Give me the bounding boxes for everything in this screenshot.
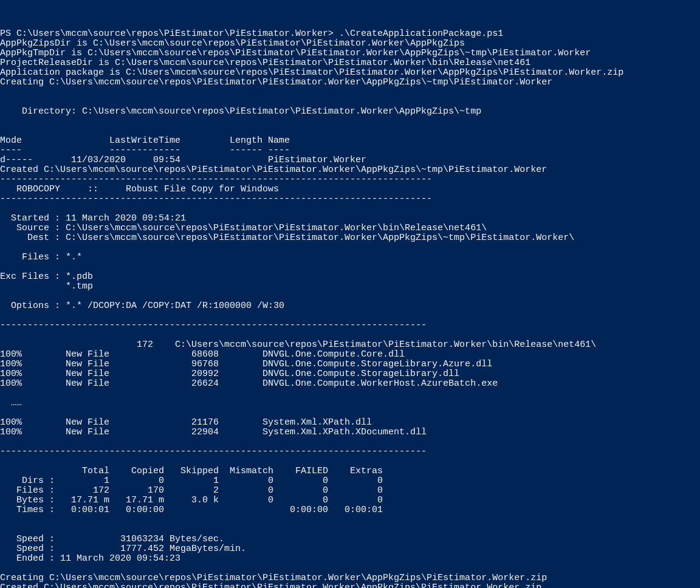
stats-files: Files : 172 170 2 0 0 0 [0, 485, 383, 496]
robocopy-title: ROBOCOPY :: Robust File Copy for Windows [0, 184, 279, 194]
separator: ----------------------------------------… [0, 320, 427, 330]
table-row: d----- 11/03/2020 09:54 PiEstimator.Work… [0, 155, 366, 165]
output-line: ProjectReleaseDir is C:\Users\mccm\sourc… [0, 58, 530, 68]
ended-line: Ended : 11 March 2020 09:54:23 [0, 553, 180, 564]
output-line: Application package is C:\Users\mccm\sou… [0, 67, 623, 78]
robocopy-exc-files: *.tmp [0, 281, 93, 292]
output-line: Created C:\Users\mccm\source\repos\PiEst… [0, 583, 541, 588]
file-copy-line: 100% New File 26624 DNVGL.One.Compute.Wo… [0, 378, 498, 389]
robocopy-dest: Dest : C:\Users\mccm\source\repos\PiEsti… [0, 233, 574, 243]
stats-dirs: Dirs : 1 0 1 0 0 0 [0, 476, 383, 486]
robocopy-files: Files : *.* [0, 252, 82, 262]
robocopy-source: Source : C:\Users\mccm\source\repos\PiEs… [0, 223, 487, 233]
file-copy-line: 100% New File 68608 DNVGL.One.Compute.Co… [0, 349, 405, 360]
prompt-line: PS C:\Users\mccm\source\repos\PiEstimato… [0, 29, 503, 39]
robocopy-options: Options : *.* /DCOPY:DA /COPY:DAT /R:100… [0, 301, 284, 311]
robocopy-exc-files: Exc Files : *.pdb [0, 272, 93, 282]
file-copy-line: 100% New File 22904 System.Xml.XPath.XDo… [0, 427, 427, 437]
output-line: AppPkgTmpDir is C:\Users\mccm\source\rep… [0, 48, 591, 58]
directory-header: Directory: C:\Users\mccm\source\repos\Pi… [0, 106, 481, 117]
robocopy-started: Started : 11 March 2020 09:54:21 [0, 213, 186, 224]
ellipsis: …… [0, 398, 22, 408]
speed-line: Speed : 1777.452 MegaBytes/min. [0, 544, 246, 554]
copy-dir-line: 172 C:\Users\mccm\source\repos\PiEstimat… [0, 340, 596, 350]
stats-times: Times : 0:00:01 0:00:00 0:00:00 0:00:01 [0, 505, 383, 515]
table-header: Mode LastWriteTime Length Name [0, 135, 290, 146]
table-divider: ---- ------------- ------ ---- [0, 145, 290, 156]
file-copy-line: 100% New File 96768 DNVGL.One.Compute.St… [0, 359, 492, 369]
stats-header: Total Copied Skipped Mismatch FAILED Ext… [0, 466, 383, 476]
output-line: Creating C:\Users\mccm\source\repos\PiEs… [0, 573, 547, 583]
separator: ----------------------------------------… [0, 446, 427, 457]
file-copy-line: 100% New File 21176 System.Xml.XPath.dll [0, 417, 372, 428]
speed-line: Speed : 31063234 Bytes/sec. [0, 534, 224, 544]
separator: ----------------------------------------… [0, 174, 432, 185]
powershell-terminal[interactable]: PS C:\Users\mccm\source\repos\PiEstimato… [0, 29, 700, 588]
file-copy-line: 100% New File 20992 DNVGL.One.Compute.St… [0, 369, 459, 379]
output-line: Creating C:\Users\mccm\source\repos\PiEs… [0, 77, 552, 87]
output-line: Created C:\Users\mccm\source\repos\PiEst… [0, 165, 547, 175]
separator: ----------------------------------------… [0, 194, 432, 204]
stats-bytes: Bytes : 17.71 m 17.71 m 3.0 k 0 0 0 [0, 495, 383, 505]
output-line: AppPkgZipsDir is C:\Users\mccm\source\re… [0, 38, 465, 49]
